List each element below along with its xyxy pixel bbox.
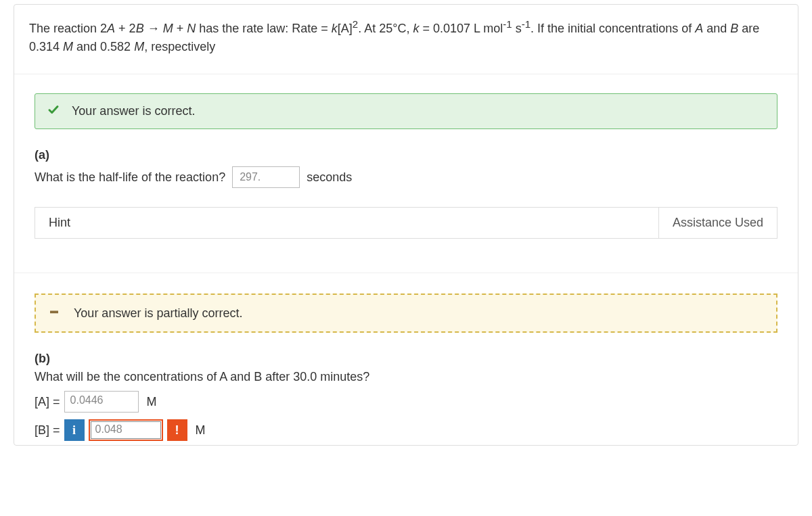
part-b-section: Your answer is partially correct. (b) Wh… bbox=[14, 273, 798, 441]
concentration-b-row: [B] = i 0.048 ! M bbox=[35, 419, 777, 441]
hint-button[interactable]: Hint bbox=[35, 208, 84, 238]
question-text: The reaction 2A + 2B → M + N has the rat… bbox=[14, 5, 798, 70]
conc-b-label: [B] = bbox=[35, 423, 60, 438]
hint-bar: Hint Assistance Used bbox=[35, 207, 777, 239]
conc-a-unit: M bbox=[147, 395, 157, 409]
conc-a-input[interactable]: 0.0446 bbox=[64, 391, 139, 413]
conc-b-input[interactable]: 0.048 bbox=[89, 419, 163, 441]
conc-b-unit: M bbox=[196, 423, 206, 438]
feedback-partial-text: Your answer is partially correct. bbox=[74, 306, 242, 321]
part-a-prompt: What is the half-life of the reaction? bbox=[35, 170, 225, 185]
concentration-a-row: [A] = 0.0446 M bbox=[35, 391, 777, 413]
feedback-correct-text: Your answer is correct. bbox=[72, 104, 195, 118]
svg-rect-0 bbox=[50, 311, 58, 314]
info-icon[interactable]: i bbox=[64, 419, 85, 441]
part-b-prompt-text: What will be the concentrations of A and… bbox=[35, 370, 369, 383]
check-icon bbox=[47, 103, 60, 119]
part-a-section: Your answer is correct. (a) What is the … bbox=[14, 74, 798, 252]
part-a-answer-input[interactable]: 297. bbox=[232, 166, 300, 188]
q-text: The reaction 2A + 2B → M + N has the rat… bbox=[29, 22, 759, 53]
minus-icon bbox=[48, 304, 60, 322]
part-a-unit: seconds bbox=[307, 170, 352, 185]
part-a-prompt-row: What is the half-life of the reaction? 2… bbox=[35, 166, 777, 188]
part-a-label: (a) bbox=[35, 148, 777, 162]
assistance-used-button[interactable]: Assistance Used bbox=[658, 208, 777, 238]
feedback-correct-banner: Your answer is correct. bbox=[35, 93, 777, 129]
part-b-label: (b) bbox=[35, 352, 777, 366]
part-b-prompt: What will be the concentrations of A and… bbox=[35, 370, 777, 384]
error-icon: ! bbox=[167, 419, 187, 441]
conc-a-label: [A] = bbox=[35, 395, 60, 409]
question-card: The reaction 2A + 2B → M + N has the rat… bbox=[14, 4, 798, 446]
feedback-partial-banner: Your answer is partially correct. bbox=[35, 294, 777, 333]
